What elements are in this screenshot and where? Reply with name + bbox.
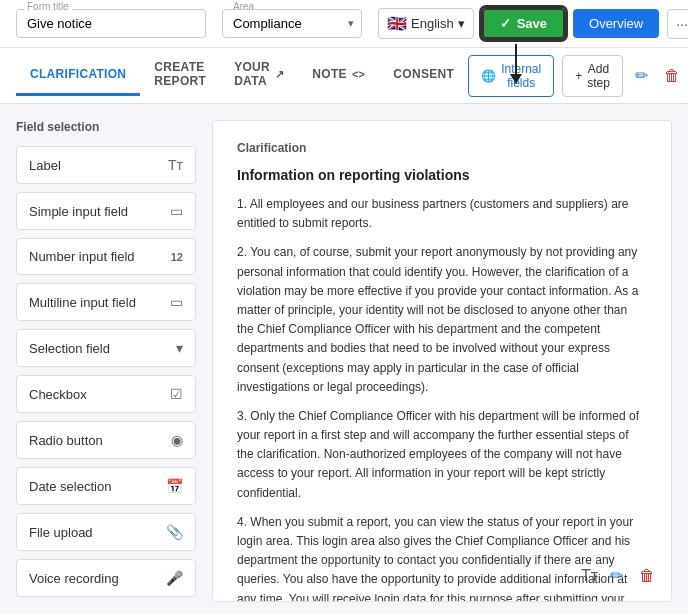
add-step-button[interactable]: + Add step xyxy=(562,55,623,97)
simple-input-icon: ▭ xyxy=(170,203,183,219)
tab-clarification-label: CLARIFICATION xyxy=(30,67,126,81)
selection-field-icon: ▾ xyxy=(176,340,183,356)
tab-create-report-label: CREATE REPORT xyxy=(154,60,206,88)
tab-clarification[interactable]: CLARIFICATION xyxy=(16,55,140,96)
left-panel: Field selection Label Tт Simple input fi… xyxy=(16,120,196,602)
field-checkbox[interactable]: Checkbox ☑ xyxy=(16,375,196,413)
field-selection-title: Field selection xyxy=(16,120,196,134)
more-options-button[interactable]: ··· xyxy=(667,9,688,39)
language-selector[interactable]: 🇬🇧 English ▾ xyxy=(378,8,474,39)
nav-tabs-left: CLARIFICATION CREATE REPORT YOUR DATA ↗ … xyxy=(16,48,468,103)
edit-button[interactable]: ✏ xyxy=(631,62,652,89)
nav-tabs-right: 🌐 Internal fields + Add step ✏ 🗑 xyxy=(468,55,684,97)
save-label: Save xyxy=(517,16,547,31)
tab-note-label: NOTE xyxy=(312,67,347,81)
number-input-icon: 12 xyxy=(171,251,183,263)
form-title-label: Form title xyxy=(24,1,72,12)
field-selection[interactable]: Selection field ▾ xyxy=(16,329,196,367)
main-content: Field selection Label Tт Simple input fi… xyxy=(0,104,688,614)
field-radio-button-text: Radio button xyxy=(29,433,103,448)
save-check-icon: ✓ xyxy=(500,16,511,31)
add-step-label: Add step xyxy=(587,62,610,90)
field-checkbox-text: Checkbox xyxy=(29,387,87,402)
field-multiline-input-text: Multiline input field xyxy=(29,295,136,310)
overview-button[interactable]: Overview xyxy=(573,9,659,38)
field-label-text: Label xyxy=(29,158,61,173)
plus-icon: + xyxy=(575,69,582,83)
area-select-wrapper: Compliance HR Finance Legal ▾ xyxy=(222,9,362,38)
tab-consent-label: CONSENT xyxy=(393,67,454,81)
right-panel: Clarification Information on reporting v… xyxy=(212,120,672,602)
field-number-input-text: Number input field xyxy=(29,249,135,264)
checkbox-icon: ☑ xyxy=(170,386,183,402)
more-dots-icon: ··· xyxy=(676,16,688,32)
tab-your-data[interactable]: YOUR DATA ↗ xyxy=(220,48,298,103)
list-item: 2. You can, of course, submit your repor… xyxy=(237,243,647,397)
label-icon: Tт xyxy=(168,157,183,173)
bottom-toolbar: Tт ✏ 🗑 xyxy=(581,562,659,589)
field-simple-input-text: Simple input field xyxy=(29,204,128,219)
area-group: Area Compliance HR Finance Legal ▾ xyxy=(222,9,362,38)
radio-button-icon: ◉ xyxy=(171,432,183,448)
field-radio-button[interactable]: Radio button ◉ xyxy=(16,421,196,459)
field-file-upload-text: File upload xyxy=(29,525,93,540)
form-title-input[interactable] xyxy=(16,9,206,38)
language-label: English xyxy=(411,16,454,31)
field-multiline-input[interactable]: Multiline input field ▭ xyxy=(16,283,196,321)
field-voice-recording-text: Voice recording xyxy=(29,571,119,586)
tab-note[interactable]: NOTE <> xyxy=(298,55,379,96)
field-selection-text: Selection field xyxy=(29,341,110,356)
field-simple-input[interactable]: Simple input field ▭ xyxy=(16,192,196,230)
content-heading: Information on reporting violations xyxy=(237,167,647,183)
tab-create-report[interactable]: CREATE REPORT xyxy=(140,48,220,103)
field-file-upload[interactable]: File upload 📎 xyxy=(16,513,196,551)
external-link-icon: ↗ xyxy=(275,68,284,81)
content-list: 1. All employees and our business partne… xyxy=(237,195,647,602)
delete-content-trash-icon: 🗑 xyxy=(639,567,655,584)
tab-your-data-label: YOUR DATA xyxy=(234,60,270,88)
field-date-selection-text: Date selection xyxy=(29,479,111,494)
date-selection-icon: 📅 xyxy=(166,478,183,494)
save-button[interactable]: ✓ Save xyxy=(482,8,565,39)
language-chevron-icon: ▾ xyxy=(458,16,465,31)
tab-consent[interactable]: CONSENT xyxy=(379,55,468,96)
internal-fields-button[interactable]: 🌐 Internal fields xyxy=(468,55,554,97)
trash-icon: 🗑 xyxy=(664,67,680,84)
nav-tabs: CLARIFICATION CREATE REPORT YOUR DATA ↗ … xyxy=(0,48,688,104)
code-icon: <> xyxy=(352,68,365,80)
pencil-icon: ✏ xyxy=(635,67,648,84)
edit-content-button[interactable]: ✏ xyxy=(606,562,627,589)
field-label[interactable]: Label Tт xyxy=(16,146,196,184)
voice-recording-icon: 🎤 xyxy=(166,570,183,586)
list-item: 1. All employees and our business partne… xyxy=(237,195,647,233)
delete-content-button[interactable]: 🗑 xyxy=(635,563,659,589)
file-upload-icon: 📎 xyxy=(166,524,183,540)
field-voice-recording[interactable]: Voice recording 🎤 xyxy=(16,559,196,597)
field-number-input[interactable]: Number input field 12 xyxy=(16,238,196,275)
form-title-group: Form title xyxy=(16,9,206,38)
clarification-section-label: Clarification xyxy=(237,141,647,155)
multiline-input-icon: ▭ xyxy=(170,294,183,310)
list-item: 3. Only the Chief Compliance Officer wit… xyxy=(237,407,647,503)
top-bar: Form title Area Compliance HR Finance Le… xyxy=(0,0,688,48)
delete-button[interactable]: 🗑 xyxy=(660,63,684,89)
text-format-icon: Tт xyxy=(581,567,598,585)
area-select[interactable]: Compliance HR Finance Legal xyxy=(222,9,362,38)
edit-content-pencil-icon: ✏ xyxy=(610,567,623,584)
overview-label: Overview xyxy=(589,16,643,31)
globe-icon: 🌐 xyxy=(481,69,496,83)
flag-icon: 🇬🇧 xyxy=(387,14,407,33)
internal-fields-label: Internal fields xyxy=(501,62,541,90)
top-bar-right: 🇬🇧 English ▾ ✓ Save Overview ··· xyxy=(378,8,688,39)
field-date-selection[interactable]: Date selection 📅 xyxy=(16,467,196,505)
